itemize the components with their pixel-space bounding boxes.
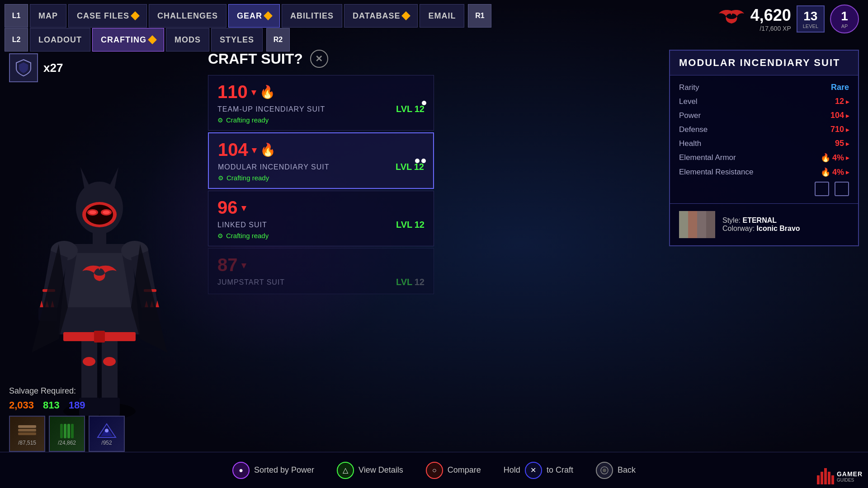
- resource-2-max: /24,862: [58, 440, 76, 446]
- svg-rect-37: [60, 424, 63, 438]
- resource-3-max: /952: [101, 440, 112, 446]
- style-info: Style: ETERNAL Colorway: Iconic Bravo: [722, 216, 800, 233]
- resource-3-count: 189: [69, 399, 85, 411]
- suit-item-3[interactable]: 96 ▾ LINKED SUIT LVL 12 ⚙ Crafting ready: [208, 191, 434, 246]
- suit-item-2[interactable]: 104 ▾ 🔥 MODULAR INCENDIARY SUIT LVL 12 ⚙…: [208, 132, 434, 189]
- l1-button[interactable]: L1: [5, 4, 28, 28]
- salvage-resources: 2,033 813 189: [9, 399, 125, 411]
- svg-rect-31: [18, 425, 36, 428]
- svg-point-4: [103, 357, 116, 366]
- resource-icons: /87,515 /24,862 /952: [9, 416, 125, 452]
- craft-button[interactable]: ✕: [525, 462, 542, 479]
- salvage-area: Salvage Required: 2,033 813 189 /87,515 …: [9, 386, 125, 452]
- svg-point-42: [603, 469, 606, 472]
- diamond-icon-craft: [148, 35, 157, 44]
- svg-point-29: [89, 211, 96, 214]
- resource-1-count: 2,033: [9, 399, 34, 411]
- nav-mods[interactable]: MODS: [166, 28, 209, 52]
- shield-count: x27: [43, 61, 63, 75]
- flame-icon-2: 🔥: [260, 142, 276, 157]
- craft-dialog: CRAFT SUIT? ✕ 110 ▾ 🔥 TEAM-UP INCENDIARY…: [208, 50, 434, 294]
- suit-2-power: 104 ▾ 🔥: [218, 140, 424, 160]
- suit-1-status: ⚙ Crafting ready: [217, 116, 425, 124]
- suit-2-lvl: LVL 12: [396, 162, 424, 172]
- svg-point-30: [103, 211, 110, 214]
- bottom-bar: ● Sorted by Power △ View Details ○ Compa…: [0, 452, 868, 488]
- back-button[interactable]: [596, 462, 613, 479]
- watermark-bars: [817, 468, 834, 484]
- gear-icon-3: ⚙: [217, 232, 223, 239]
- action-back: Back: [596, 462, 636, 479]
- svg-rect-35: [67, 424, 70, 438]
- suit-4-lvl: LVL 12: [396, 277, 425, 287]
- suit-item-1[interactable]: 110 ▾ 🔥 TEAM-UP INCENDIARY SUIT LVL 12 ⚙…: [208, 75, 434, 131]
- suit-3-lvl: LVL 12: [396, 220, 425, 230]
- svg-rect-36: [71, 424, 74, 438]
- suit-4-name: JUMPSTART SUIT: [217, 278, 285, 286]
- color-swatch: [679, 211, 715, 238]
- suit-2-status: ⚙ Crafting ready: [218, 174, 424, 182]
- resource-box-3: /952: [89, 416, 125, 452]
- suit-1-lvl: LVL 12: [396, 104, 425, 114]
- dot-indicator-2: [415, 159, 426, 163]
- svg-rect-33: [18, 432, 36, 435]
- batman-character: [23, 117, 176, 425]
- compare-button[interactable]: ○: [426, 462, 443, 479]
- salvage-title: Salvage Required:: [9, 386, 125, 396]
- stats-panel: MODULAR INCENDIARY SUIT Rarity Rare Leve…: [669, 50, 859, 246]
- diamond-icon-db: [402, 11, 411, 20]
- resource-box-2: /24,862: [49, 416, 85, 452]
- swatch-4: [706, 211, 715, 238]
- action-sorted: ● Sorted by Power: [232, 462, 314, 479]
- nav-loadout[interactable]: LOADOUT: [30, 28, 90, 52]
- suit-3-name: LINKED SUIT: [217, 221, 267, 229]
- nav-gear[interactable]: GEAR: [228, 4, 280, 28]
- r2-button[interactable]: R2: [266, 28, 290, 52]
- action-craft: Hold ✕ to Craft: [504, 462, 573, 479]
- suit-4-power: 87 ▾: [217, 255, 425, 275]
- nav-challenges[interactable]: CHALLENGES: [149, 4, 226, 28]
- slot-2: [835, 182, 849, 196]
- dot-indicator-1: [422, 101, 426, 105]
- stat-level: Level 12 ▸: [679, 97, 849, 106]
- r1-button[interactable]: R1: [468, 4, 491, 28]
- close-button[interactable]: ✕: [310, 50, 328, 68]
- view-details-button[interactable]: △: [337, 462, 354, 479]
- stat-elemental-resistance: Elemental Resistance 🔥 4% ▸: [679, 167, 849, 177]
- level-badge: 13 LEVEL: [797, 5, 825, 33]
- flame-icon-1: 🔥: [259, 84, 275, 99]
- slot-indicators: [679, 182, 849, 196]
- svg-point-3: [83, 357, 95, 366]
- svg-point-40: [105, 429, 108, 432]
- suit-2-name: MODULAR INCENDIARY SUIT: [218, 163, 329, 171]
- ap-badge: 1 AP: [830, 5, 859, 33]
- currency-display: 4,620 /17,600 XP 13 LEVEL 1 AP: [718, 5, 859, 33]
- suit-1-power: 110 ▾ 🔥: [217, 82, 425, 102]
- resource-2-count: 813: [43, 399, 60, 411]
- stat-health: Health 95 ▸: [679, 139, 849, 148]
- suit-item-4[interactable]: 87 ▾ JUMPSTART SUIT LVL 12: [208, 248, 434, 294]
- sorted-button[interactable]: ●: [232, 462, 250, 479]
- character-area: [0, 45, 199, 425]
- nav-map[interactable]: MAP: [30, 4, 66, 28]
- suit-3-status: ⚙ Crafting ready: [217, 232, 425, 239]
- svg-marker-23: [80, 167, 91, 192]
- nav-case-files[interactable]: CASE FILES: [68, 4, 147, 28]
- swatch-1: [679, 211, 688, 238]
- stats-grid: Rarity Rare Level 12 ▸ Power 104 ▸ Defen…: [670, 75, 858, 203]
- nav-styles[interactable]: STYLES: [211, 28, 263, 52]
- craft-title: CRAFT SUIT? ✕: [208, 50, 434, 68]
- shield-icon: [9, 53, 38, 82]
- diamond-icon-gear: [264, 11, 273, 20]
- nav-email[interactable]: EMAIL: [420, 4, 464, 28]
- diamond-icon: [131, 11, 140, 20]
- stat-rarity: Rarity Rare: [679, 83, 849, 92]
- gear-icon-1: ⚙: [217, 117, 223, 124]
- action-view-details: △ View Details: [337, 462, 403, 479]
- nav-abilities[interactable]: ABILITIES: [282, 4, 342, 28]
- nav-crafting[interactable]: CRAFTING: [92, 28, 164, 52]
- svg-rect-32: [18, 429, 36, 432]
- suit-3-power: 96 ▾: [217, 197, 425, 218]
- nav-database[interactable]: DATABASE: [344, 4, 418, 28]
- l2-button[interactable]: L2: [5, 28, 28, 52]
